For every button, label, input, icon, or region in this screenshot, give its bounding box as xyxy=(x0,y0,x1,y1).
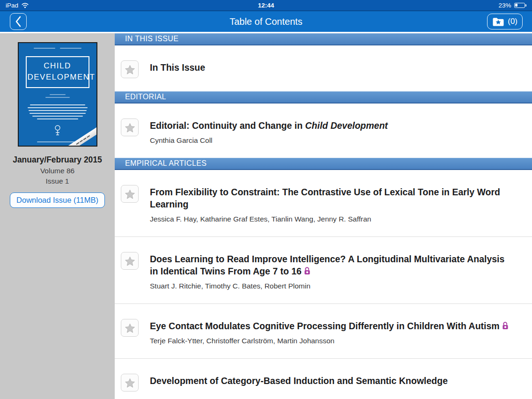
article-authors: Jessica F. Hay, Katharine Graf Estes, Ti… xyxy=(150,215,510,223)
star-icon xyxy=(125,377,135,388)
table-of-contents-list: IN THIS ISSUE In This Issue EDITORIAL Ed… xyxy=(115,33,532,399)
issue-number-label: Issue 1 xyxy=(0,177,115,185)
journal-cover: CHILD DEVELOPMENT xyxy=(18,42,97,147)
back-button[interactable] xyxy=(10,13,27,30)
chevron-left-icon xyxy=(15,15,22,28)
article-title: Does Learning to Read Improve Intelligen… xyxy=(150,253,510,277)
article-title: From Flexibility to Constraint: The Cont… xyxy=(150,186,510,210)
favorite-star-button[interactable] xyxy=(121,319,139,337)
issue-sidebar: CHILD DEVELOPMENT January/Februa xyxy=(0,33,115,399)
favorite-star-button[interactable] xyxy=(121,60,139,78)
wifi-icon xyxy=(21,2,29,8)
article-authors: Stuart J. Ritchie, Timothy C. Bates, Rob… xyxy=(150,282,510,290)
open-access-icon xyxy=(303,266,311,276)
favorite-star-button[interactable] xyxy=(121,252,139,270)
navigation-bar: Table of Contents (0) xyxy=(0,11,532,32)
article-title: In This Issue xyxy=(150,61,205,74)
download-issue-button[interactable]: Download Issue (11MB) xyxy=(10,192,105,208)
cover-ribbon xyxy=(59,123,97,147)
article-row-editorial[interactable]: Editorial: Continuity and Change in Chil… xyxy=(115,103,532,158)
article-title: Editorial: Continuity and Change in Chil… xyxy=(150,119,388,132)
article-row[interactable]: Development of Category-Based Induction … xyxy=(115,358,532,399)
section-header-editorial: EDITORIAL xyxy=(115,91,532,103)
article-row[interactable]: Eye Contact Modulates Cognitive Processi… xyxy=(115,303,532,358)
carrier-label: iPad xyxy=(6,2,18,9)
favorites-folder-button[interactable]: (0) xyxy=(487,14,523,30)
status-time: 12:44 xyxy=(258,2,274,9)
journal-title: CHILD DEVELOPMENT xyxy=(26,56,89,88)
open-access-icon xyxy=(502,321,509,331)
volume-label: Volume 86 xyxy=(0,167,115,175)
section-header-empirical-articles: EMPIRICAL ARTICLES xyxy=(115,158,532,170)
star-icon xyxy=(125,122,135,133)
page-title: Table of Contents xyxy=(229,16,303,27)
star-icon xyxy=(125,189,135,200)
favorite-star-button[interactable] xyxy=(121,374,139,392)
article-row-in-this-issue[interactable]: In This Issue xyxy=(115,45,532,91)
star-icon xyxy=(125,256,135,266)
issue-date-label: January/February 2015 xyxy=(0,155,115,165)
article-authors: Cynthia Garcia Coll xyxy=(150,136,388,145)
favorites-count-label: (0) xyxy=(508,17,517,26)
section-header-in-this-issue: IN THIS ISSUE xyxy=(115,33,532,45)
favorite-star-button[interactable] xyxy=(121,185,139,203)
article-authors: Terje Falck-Ytter, Christoffer Carlström… xyxy=(150,337,509,345)
battery-icon xyxy=(514,3,527,8)
publisher-emblem-icon xyxy=(53,124,62,137)
star-icon xyxy=(125,64,135,75)
article-title: Eye Contact Modulates Cognitive Processi… xyxy=(150,320,509,332)
folder-star-icon xyxy=(492,17,505,27)
favorite-star-button[interactable] xyxy=(121,118,139,136)
article-row[interactable]: Does Learning to Read Improve Intelligen… xyxy=(115,236,532,303)
battery-percent-label: 23% xyxy=(498,2,511,9)
star-icon xyxy=(125,323,135,333)
article-row[interactable]: From Flexibility to Constraint: The Cont… xyxy=(115,170,532,236)
article-title: Development of Category-Based Induction … xyxy=(150,375,448,387)
status-bar: iPad 12:44 23% xyxy=(0,0,532,11)
